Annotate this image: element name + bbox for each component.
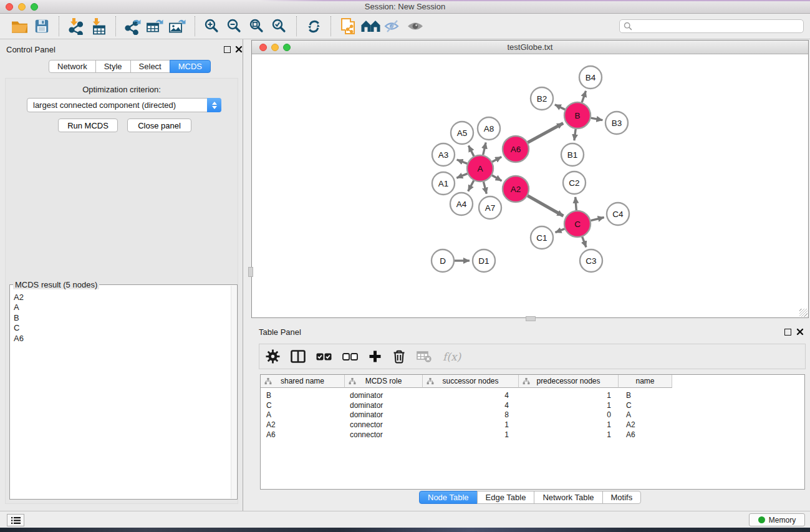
open-file-icon[interactable]: [8, 16, 31, 37]
edge-C-C3[interactable]: [582, 237, 586, 248]
zoom-out-icon[interactable]: [223, 16, 246, 37]
table-cell[interactable]: A6: [261, 430, 345, 439]
zoom-selected-icon[interactable]: [268, 16, 291, 37]
tab-node-table[interactable]: Node Table: [419, 491, 478, 504]
table-cell[interactable]: B: [619, 391, 672, 400]
tab-mcds[interactable]: MCDS: [170, 60, 211, 73]
edge-C-C2[interactable]: [576, 197, 577, 210]
search-box[interactable]: [619, 19, 804, 33]
graph-node-A[interactable]: A: [467, 155, 493, 181]
table-row[interactable]: Bdominator41B: [261, 390, 804, 400]
float-table-panel-icon[interactable]: [784, 329, 791, 336]
edge-C-C4[interactable]: [591, 218, 604, 221]
table-cell[interactable]: connector: [345, 430, 423, 439]
graph-node-A4[interactable]: A4: [450, 193, 473, 215]
edge-A6-B[interactable]: [528, 123, 563, 143]
table-row[interactable]: A2connector11A2: [261, 420, 804, 430]
hide-selected-icon[interactable]: [382, 16, 404, 37]
edge-A-A2[interactable]: [492, 175, 502, 181]
function-builder-icon[interactable]: f(x): [443, 351, 461, 363]
export-network-icon[interactable]: [122, 16, 144, 37]
graph-node-B4[interactable]: B4: [579, 66, 602, 89]
column-header-MCDS-role[interactable]: MCDS role: [345, 375, 423, 388]
first-neighbors-icon[interactable]: [359, 16, 382, 37]
table-cell[interactable]: 1: [519, 430, 619, 439]
network-window-titlebar[interactable]: testGlobe.txt: [252, 41, 808, 54]
edge-A-A5[interactable]: [468, 146, 474, 157]
result-item[interactable]: A: [14, 302, 229, 312]
zoom-fit-icon[interactable]: [246, 16, 268, 37]
edge-B-B4[interactable]: [582, 91, 586, 103]
table-cell[interactable]: 4: [423, 401, 519, 410]
show-all-icon[interactable]: [404, 16, 427, 37]
table-cell[interactable]: 1: [519, 401, 619, 410]
table-cell[interactable]: 4: [423, 391, 519, 400]
graph-node-B1[interactable]: B1: [561, 143, 584, 166]
graph-node-B2[interactable]: B2: [531, 87, 553, 110]
graph-node-A6[interactable]: A6: [503, 136, 529, 162]
graph-node-A1[interactable]: A1: [432, 172, 455, 195]
resize-grip[interactable]: [799, 309, 808, 317]
edge-A2-C[interactable]: [528, 196, 563, 216]
graph-node-D[interactable]: D: [432, 249, 454, 272]
splitter-handle-left[interactable]: [248, 267, 253, 277]
table-cell[interactable]: dominator: [345, 391, 423, 400]
table-cell[interactable]: A6: [619, 430, 672, 439]
memory-button[interactable]: Memory: [749, 513, 805, 526]
zoom-in-icon[interactable]: [201, 16, 223, 37]
table-cell[interactable]: dominator: [345, 401, 423, 410]
refresh-view-icon[interactable]: [302, 16, 325, 37]
import-network-icon[interactable]: [65, 16, 87, 37]
close-panel-button[interactable]: Close panel: [127, 118, 191, 132]
graph-node-A5[interactable]: A5: [451, 122, 473, 144]
table-cell[interactable]: C: [619, 401, 672, 410]
float-panel-icon[interactable]: [224, 46, 231, 53]
result-item[interactable]: B: [14, 313, 229, 323]
graph-node-A7[interactable]: A7: [479, 196, 501, 219]
edge-B-B3[interactable]: [591, 118, 603, 120]
table-cell[interactable]: 1: [519, 420, 619, 429]
table-row[interactable]: Adominator80A: [261, 410, 804, 420]
table-cell[interactable]: 1: [519, 391, 619, 400]
table-cell[interactable]: A2: [261, 420, 345, 429]
new-network-from-selection-icon[interactable]: [337, 16, 359, 37]
graph-node-A2[interactable]: A2: [503, 176, 529, 202]
table-row[interactable]: Cdominator41C: [261, 400, 804, 410]
optimization-criterion-select[interactable]: largest connected component (directed): [27, 98, 221, 112]
table-cell[interactable]: 1: [423, 420, 519, 429]
tab-network-table[interactable]: Network Table: [534, 491, 602, 504]
tab-motifs[interactable]: Motifs: [602, 491, 642, 504]
edge-C-C1[interactable]: [556, 229, 565, 233]
table-cell[interactable]: dominator: [345, 410, 423, 419]
table-settings-icon[interactable]: [266, 349, 280, 364]
graph-node-A8[interactable]: A8: [478, 117, 500, 140]
deselect-all-icon[interactable]: [342, 353, 358, 360]
export-table-icon[interactable]: [144, 16, 166, 37]
graph-node-A3[interactable]: A3: [432, 143, 455, 166]
edge-B-B1[interactable]: [574, 129, 576, 140]
graph-node-D1[interactable]: D1: [473, 249, 495, 272]
save-session-icon[interactable]: [31, 16, 53, 37]
graph-node-C1[interactable]: C1: [531, 226, 553, 249]
edge-A-A7[interactable]: [483, 181, 486, 193]
table-cell[interactable]: A: [619, 410, 672, 419]
delete-table-icon[interactable]: [417, 351, 432, 363]
import-table-icon[interactable]: [87, 16, 110, 37]
table-cell[interactable]: 1: [423, 430, 519, 439]
edge-A-A1[interactable]: [456, 173, 467, 178]
close-table-panel-icon[interactable]: [796, 328, 804, 336]
search-input[interactable]: [632, 21, 803, 32]
graph-node-C2[interactable]: C2: [563, 172, 586, 194]
graph-node-B3[interactable]: B3: [605, 112, 628, 134]
graph-node-B[interactable]: B: [564, 102, 591, 128]
table-cell[interactable]: C: [261, 401, 345, 410]
graph-node-C[interactable]: C: [564, 211, 591, 237]
graph-node-C3[interactable]: C3: [580, 249, 602, 272]
edge-A-A3[interactable]: [457, 160, 468, 163]
table-cell[interactable]: connector: [345, 420, 423, 429]
column-header-name[interactable]: name: [619, 375, 672, 388]
table-row[interactable]: A6connector11A6: [261, 430, 804, 440]
run-mcds-button[interactable]: Run MCDS: [58, 118, 118, 132]
close-panel-icon[interactable]: [235, 46, 243, 53]
result-item[interactable]: C: [14, 323, 229, 333]
